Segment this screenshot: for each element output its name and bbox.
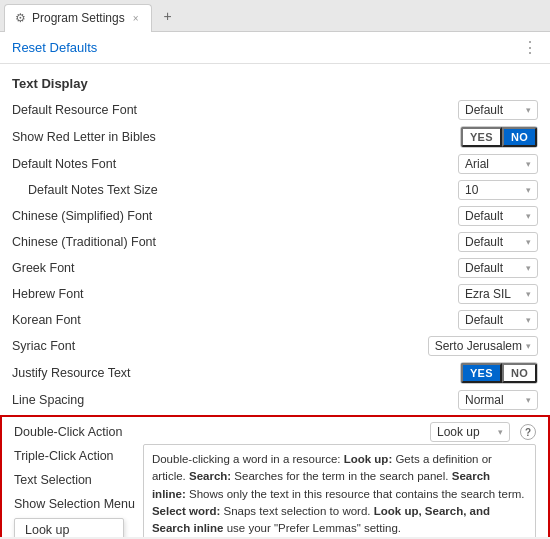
default-notes-text-size-label: Default Notes Text Size [28,183,458,197]
double-click-action-label: Double-Click Action [14,425,430,439]
greek-font-dropdown[interactable]: Default▾ [458,258,538,278]
settings-icon: ⚙ [15,11,26,25]
justify-resource-text-row: Justify Resource Text YES NO [0,359,550,387]
chinese-traditional-font-row: Chinese (Traditional) Font Default▾ [0,229,550,255]
default-notes-text-size-row: Default Notes Text Size 10▾ [0,177,550,203]
chinese-traditional-font-label: Chinese (Traditional) Font [12,235,458,249]
korean-font-dropdown[interactable]: Default▾ [458,310,538,330]
double-click-action-dropdown[interactable]: Look up▾ [430,422,510,442]
default-notes-font-label: Default Notes Font [12,157,458,171]
show-red-letter-toggle: YES NO [460,126,538,148]
double-click-section: Double-Click Action Look up▾ ? Triple-Cl… [0,415,550,537]
chinese-simplified-font-dropdown[interactable]: Default▾ [458,206,538,226]
tab-close-button[interactable]: × [131,12,141,25]
yes-button[interactable]: YES [461,127,502,147]
hebrew-font-row: Hebrew Font Ezra SIL▾ [0,281,550,307]
justify-resource-text-label: Justify Resource Text [12,366,460,380]
option-look-up[interactable]: Look up [15,519,123,537]
syriac-font-label: Syriac Font [12,339,428,353]
korean-font-label: Korean Font [12,313,458,327]
greek-font-row: Greek Font Default▾ [0,255,550,281]
line-spacing-label: Line Spacing [12,393,458,407]
info-panel: Double-clicking a word in a resource: Lo… [143,444,536,537]
default-notes-font-dropdown[interactable]: Arial▾ [458,154,538,174]
syriac-font-row: Syriac Font Serto Jerusalem▾ [0,333,550,359]
korean-font-row: Korean Font Default▾ [0,307,550,333]
syriac-font-dropdown[interactable]: Serto Jerusalem▾ [428,336,538,356]
tab-bar: ⚙ Program Settings × + [0,0,550,32]
greek-font-label: Greek Font [12,261,458,275]
tab-label: Program Settings [32,11,125,25]
hebrew-font-dropdown[interactable]: Ezra SIL▾ [458,284,538,304]
show-selection-menu-label: Show Selection Menu [14,497,135,511]
text-display-heading: Text Display [0,72,550,97]
justify-no-button[interactable]: NO [502,363,537,383]
default-resource-font-row: Default Resource Font Default▾ [0,97,550,123]
hebrew-font-label: Hebrew Font [12,287,458,301]
double-click-action-list: Look up Search Search inline Select word [14,518,124,537]
text-selection-label: Text Selection [14,473,135,487]
no-button[interactable]: NO [502,127,537,147]
default-resource-font-label: Default Resource Font [12,103,458,117]
default-resource-font-dropdown[interactable]: Default▾ [458,100,538,120]
justify-yes-button[interactable]: YES [461,363,502,383]
toolbar: Reset Defaults ⋮ [0,32,550,64]
show-red-letter-label: Show Red Letter in Bibles [12,130,460,144]
triple-click-action-label: Triple-Click Action [14,449,135,463]
help-icon[interactable]: ? [520,424,536,440]
chinese-traditional-font-dropdown[interactable]: Default▾ [458,232,538,252]
more-options-button[interactable]: ⋮ [522,38,538,57]
reset-defaults-button[interactable]: Reset Defaults [12,40,97,55]
line-spacing-row: Line Spacing Normal▾ [0,387,550,413]
default-notes-text-size-dropdown[interactable]: 10▾ [458,180,538,200]
program-settings-tab[interactable]: ⚙ Program Settings × [4,4,152,32]
line-spacing-dropdown[interactable]: Normal▾ [458,390,538,410]
default-notes-font-row: Default Notes Font Arial▾ [0,151,550,177]
show-red-letter-row: Show Red Letter in Bibles YES NO [0,123,550,151]
justify-resource-text-toggle: YES NO [460,362,538,384]
chinese-simplified-font-label: Chinese (Simplified) Font [12,209,458,223]
new-tab-button[interactable]: + [156,4,180,28]
chinese-simplified-font-row: Chinese (Simplified) Font Default▾ [0,203,550,229]
content-area: Text Display Default Resource Font Defau… [0,64,550,537]
